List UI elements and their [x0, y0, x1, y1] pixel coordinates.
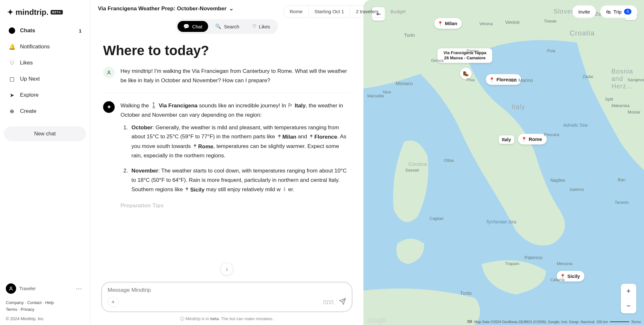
pin-icon: 📍: [437, 21, 443, 26]
city: Verona: [479, 21, 493, 26]
city: Monaco: [396, 81, 413, 86]
chat-bubble-icon: 💬: [183, 24, 189, 29]
tab-chat[interactable]: 💬 Chat: [178, 21, 208, 32]
city: Salerno: [570, 187, 584, 192]
terms-link[interactable]: Terms: [631, 320, 641, 324]
marker-milan[interactable]: 📍Milan: [434, 18, 462, 29]
loc-milan[interactable]: Milan: [277, 133, 296, 142]
city: Palermo: [524, 255, 543, 260]
tab-label: Likes: [259, 24, 270, 29]
text: sounds like an incredible journey! In: [199, 103, 288, 109]
city: Tunis: [460, 290, 472, 296]
city: Pula: [547, 48, 555, 53]
region-croatia: Croatia: [570, 29, 595, 37]
tab-label: Search: [224, 24, 239, 29]
keyboard-icon[interactable]: ⌨: [467, 320, 472, 324]
user-message: Hey mindtrip! I'm walking the Via Franci…: [103, 67, 351, 85]
city: Genoa: [431, 58, 444, 63]
nav-chats[interactable]: Chats 1: [4, 23, 86, 38]
city: Zadar: [582, 74, 593, 79]
google-logo: Google: [368, 317, 386, 324]
zoom-out-button[interactable]: −: [627, 299, 631, 313]
nav-label: Up Next: [20, 76, 40, 82]
hiker-icon: 🥾: [463, 71, 469, 77]
pin-icon: 📍: [521, 137, 527, 142]
link-terms[interactable]: Terms: [6, 307, 17, 312]
bot-message-body: Walking the 🚶 Via Francigena sounds like…: [120, 101, 351, 211]
divider: [103, 93, 351, 93]
trip-count: 0: [624, 9, 631, 15]
nav-upnext[interactable]: ▢ Up Next: [4, 72, 86, 86]
city: Bari: [618, 177, 625, 182]
user-row[interactable]: Traveler ⋯: [4, 281, 86, 296]
city: Makarska: [611, 103, 630, 108]
text: may still enjoy relatively mild w: [206, 186, 281, 192]
compass-icon: ➤: [8, 92, 15, 99]
tab-search[interactable]: 🔍 Search: [209, 21, 245, 32]
headline: Where to today?: [103, 43, 351, 58]
pill-destination[interactable]: Rome: [284, 5, 309, 17]
bot-message: ✦ Walking the 🚶 Via Francigena sounds li…: [103, 101, 351, 211]
nav-notifications[interactable]: 🔔 Notifications: [4, 39, 86, 54]
message-input[interactable]: [108, 287, 346, 293]
nav-likes[interactable]: ♡ Likes: [4, 55, 86, 70]
user-menu-icon[interactable]: ⋯: [74, 285, 84, 292]
sparkle-icon: ✦: [7, 8, 14, 17]
marker-via-francigena[interactable]: Via Francigena Tappa 26 Massa - Camaiore: [437, 48, 492, 63]
link-privacy[interactable]: Privacy: [21, 307, 34, 312]
voice-icon[interactable]: ⎍⎍⎍: [323, 299, 334, 306]
pill-travelers[interactable]: 2 travelers: [350, 5, 385, 17]
link-contact[interactable]: Contact: [27, 300, 42, 305]
attach-button[interactable]: +: [108, 297, 119, 308]
trip-title[interactable]: Via Francigena Weather Prep: October-Nov…: [98, 5, 234, 12]
city: Sassari: [405, 168, 419, 172]
invite-button[interactable]: Invite: [572, 5, 596, 18]
loc-sicily[interactable]: Sicily: [184, 185, 204, 195]
loc-rome[interactable]: Rome: [192, 142, 213, 152]
nav-label: Explore: [20, 92, 39, 98]
bell-icon: 🔔: [8, 43, 15, 50]
map-attribution: ⌨ Map Data ©2024 GeoBasis-DE/BKG (©2009)…: [415, 320, 641, 324]
send-button[interactable]: [339, 298, 346, 306]
attrib-text[interactable]: Map Data ©2024 GeoBasis-DE/BKG (©2009), …: [474, 320, 594, 324]
composer: + ⎍⎍⎍: [101, 282, 352, 312]
marker-rome[interactable]: 📍Rome: [518, 134, 547, 144]
box-icon: ▢: [8, 75, 15, 83]
map-panel[interactable]: ⇤ ⚙ + − 📍Milan Via Francigena Tappa 26 M…: [363, 0, 644, 325]
user-name: Traveler: [19, 286, 36, 291]
new-chat-button[interactable]: New chat: [4, 126, 86, 141]
text: . The bot can make mistakes.: [219, 316, 274, 321]
city: Pisa: [466, 77, 475, 82]
city: Venice: [505, 19, 520, 25]
list-item-october: October: Generally, the weather is mild …: [130, 123, 351, 161]
chat-scroll[interactable]: Where to today? Hey mindtrip! I'm walkin…: [90, 37, 363, 279]
nav-create[interactable]: ⊕ Create: [4, 104, 86, 119]
logo[interactable]: ✦ mindtrip. BETA: [4, 5, 86, 23]
pill-budget[interactable]: Budget: [385, 5, 412, 17]
chevron-down-icon: ⌄: [229, 5, 234, 12]
text: beta: [210, 316, 219, 321]
trip-button[interactable]: 🛍 Trip 0: [600, 5, 638, 18]
marker-italy-label[interactable]: Italy: [499, 135, 514, 144]
arrow-down-icon: ↓: [226, 266, 228, 272]
sidebar: ✦ mindtrip. BETA Chats 1 🔔 Notifications…: [0, 0, 90, 325]
marker-label: Rome: [529, 136, 542, 142]
link-help[interactable]: Help: [45, 300, 54, 305]
plus-icon: +: [111, 299, 115, 306]
loc-florence[interactable]: Florence: [309, 133, 337, 142]
text: Mindtrip is in: [186, 316, 210, 321]
city: Messina: [557, 261, 572, 266]
nav-explore[interactable]: ➤ Explore: [4, 88, 86, 103]
link-company[interactable]: Company: [6, 300, 24, 305]
city: Turin: [404, 32, 415, 38]
avatar: [6, 283, 16, 294]
nav-label: Likes: [20, 60, 33, 66]
scroll-down-button[interactable]: ↓: [220, 262, 233, 275]
city: Mostar: [628, 110, 640, 114]
pill-dates[interactable]: Starting Oct 1: [309, 5, 350, 17]
zoom-in-button[interactable]: +: [627, 284, 631, 299]
city: Trieste: [544, 19, 556, 24]
city: Parma: [466, 48, 479, 53]
user-avatar-icon: [103, 67, 115, 78]
tab-likes[interactable]: ♡ Likes: [246, 21, 276, 32]
